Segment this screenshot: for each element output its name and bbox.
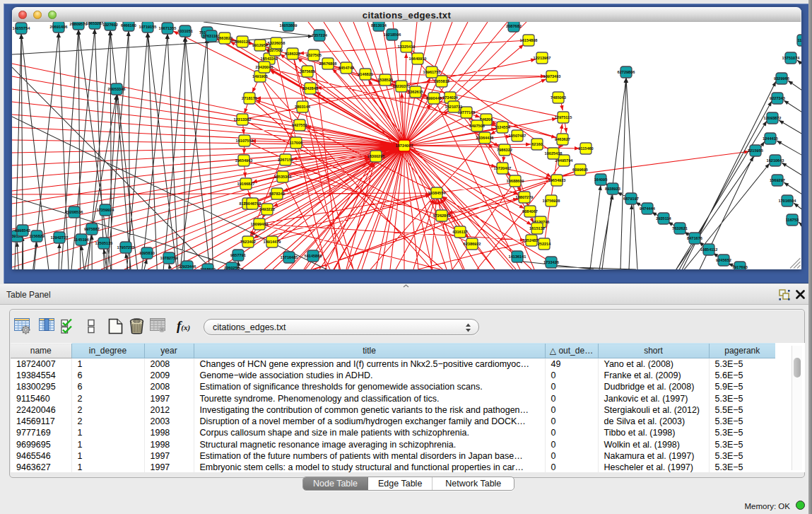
svg-text:17359924: 17359924 (97, 208, 115, 212)
svg-text:9084067: 9084067 (522, 209, 538, 214)
svg-text:252214: 252214 (538, 242, 552, 246)
svg-text:16210721: 16210721 (445, 105, 463, 109)
svg-text:1615132: 1615132 (529, 226, 545, 230)
svg-text:7917693: 7917693 (732, 265, 748, 269)
svg-text:7357224: 7357224 (312, 33, 328, 37)
svg-text:14055754: 14055754 (13, 26, 31, 30)
svg-text:15716485: 15716485 (281, 255, 298, 259)
svg-text:3875685: 3875685 (300, 69, 315, 74)
svg-text:1095810: 1095810 (139, 251, 155, 255)
svg-text:10025438: 10025438 (545, 151, 563, 156)
svg-text:9329966: 9329966 (774, 76, 789, 81)
svg-text:1569297: 1569297 (770, 178, 785, 182)
svg-text:2803144: 2803144 (295, 105, 311, 109)
svg-text:7663822: 7663822 (217, 36, 233, 40)
svg-text:10653287: 10653287 (86, 22, 104, 25)
svg-text:19218506: 19218506 (384, 33, 401, 37)
svg-text:8454749: 8454749 (339, 66, 354, 70)
svg-text:8813014: 8813014 (371, 23, 387, 28)
svg-text:19384554: 19384554 (428, 191, 447, 195)
svg-text:54145868: 54145868 (305, 254, 322, 258)
svg-text:12923446: 12923446 (179, 264, 196, 269)
svg-text:2935114: 2935114 (656, 216, 671, 221)
svg-text:7485063: 7485063 (551, 95, 566, 100)
svg-text:16154808: 16154808 (520, 38, 538, 42)
svg-text:9975887: 9975887 (84, 227, 100, 231)
svg-text:117006: 117006 (290, 141, 302, 145)
svg-text:10046788: 10046788 (244, 201, 261, 206)
svg-text:6497508: 6497508 (469, 124, 485, 128)
svg-text:8878342: 8878342 (269, 192, 285, 196)
svg-text:10688609: 10688609 (507, 179, 524, 183)
svg-text:9115460: 9115460 (578, 146, 593, 151)
svg-text:1491905: 1491905 (252, 74, 268, 78)
svg-text:16099483: 16099483 (251, 222, 269, 226)
svg-text:1538520: 1538520 (377, 78, 393, 82)
svg-text:12213382: 12213382 (234, 117, 252, 122)
svg-text:16543342: 16543342 (261, 57, 278, 61)
svg-text:12975115: 12975115 (555, 115, 572, 119)
svg-text:14914479: 14914479 (264, 240, 281, 244)
svg-text:6099695: 6099695 (572, 168, 588, 172)
svg-text:1156829: 1156829 (29, 234, 44, 238)
svg-text:116753: 116753 (786, 218, 799, 222)
svg-text:20206536: 20206536 (66, 210, 83, 214)
svg-text:18724007: 18724007 (396, 144, 413, 148)
svg-text:7986322: 7986322 (497, 148, 512, 152)
svg-text:16053809: 16053809 (280, 23, 298, 28)
svg-text:12213967: 12213967 (534, 56, 551, 60)
svg-text:2087682: 2087682 (506, 24, 522, 28)
svg-text:12505135: 12505135 (95, 241, 113, 245)
svg-text:9427552: 9427552 (292, 123, 307, 127)
svg-text:12942737: 12942737 (51, 235, 69, 240)
svg-text:3267150: 3267150 (278, 158, 293, 162)
svg-text:20691406: 20691406 (50, 25, 68, 29)
svg-text:3242848: 3242848 (302, 86, 318, 90)
svg-text:19756928: 19756928 (543, 199, 560, 203)
svg-text:6734024: 6734024 (442, 95, 459, 100)
svg-text:6879197: 6879197 (623, 197, 639, 201)
svg-text:9146821: 9146821 (358, 72, 373, 76)
svg-text:18300295: 18300295 (367, 154, 385, 158)
svg-text:1145194: 1145194 (73, 238, 89, 242)
svg-text:9463627: 9463627 (555, 137, 570, 141)
svg-text:7623402: 7623402 (240, 240, 256, 244)
svg-text:8938923: 8938923 (605, 187, 620, 191)
svg-text:6466160: 6466160 (121, 23, 136, 28)
svg-text:12093872: 12093872 (764, 116, 782, 120)
svg-text:1244415: 1244415 (763, 136, 778, 141)
svg-text:17016504: 17016504 (779, 199, 797, 203)
svg-text:1327602: 1327602 (102, 23, 118, 27)
svg-text:16640910: 16640910 (409, 57, 427, 61)
svg-text:9912954: 9912954 (252, 43, 269, 47)
svg-text:57262849: 57262849 (433, 214, 451, 218)
svg-text:16107552: 16107552 (236, 139, 254, 143)
svg-text:19777169: 19777169 (458, 110, 476, 115)
svg-text:13535364: 13535364 (274, 175, 293, 179)
svg-text:20364436: 20364436 (476, 136, 494, 140)
svg-text:1733426: 1733426 (543, 260, 559, 264)
svg-text:62160: 62160 (531, 142, 543, 146)
svg-text:20053346: 20053346 (108, 87, 126, 91)
svg-text:2718176: 2718176 (242, 96, 257, 100)
svg-text:28676808: 28676808 (319, 62, 337, 66)
svg-text:3124554: 3124554 (495, 125, 511, 129)
svg-text:10854112: 10854112 (700, 247, 718, 252)
svg-text:3215955: 3215955 (748, 148, 763, 153)
svg-text:10973493: 10973493 (543, 74, 561, 78)
svg-text:62386922: 62386922 (464, 242, 481, 246)
svg-text:8471676: 8471676 (687, 236, 702, 240)
svg-text:9474444: 9474444 (640, 206, 656, 211)
svg-text:8186328: 8186328 (285, 52, 300, 56)
svg-text:28809570: 28809570 (70, 22, 88, 26)
svg-text:18220371: 18220371 (393, 84, 411, 88)
svg-text:7632621: 7632621 (672, 226, 688, 230)
svg-text:62729806: 62729806 (618, 70, 635, 74)
svg-text:19654963: 19654963 (235, 158, 253, 163)
svg-text:11123: 11123 (798, 38, 801, 42)
svg-text:10719155: 10719155 (139, 25, 157, 29)
svg-text:4316117: 4316117 (452, 230, 467, 234)
svg-text:9657791: 9657791 (230, 253, 246, 257)
svg-text:8660124: 8660124 (235, 40, 251, 44)
svg-text:23420046: 23420046 (256, 65, 273, 69)
